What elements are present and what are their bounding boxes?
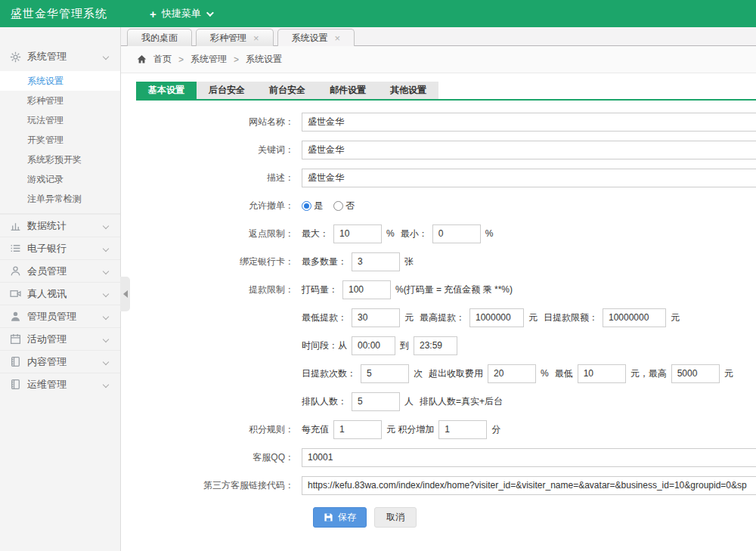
sidebar-group-label: 系统管理 [27, 50, 104, 63]
daily-times-input[interactable] [361, 364, 409, 383]
fee-max-input[interactable] [671, 364, 720, 383]
window-tab-label: 系统设置 [292, 32, 328, 45]
window-tab-desktop[interactable]: 我的桌面 [127, 29, 192, 46]
rebate-max-label: 最大： [302, 228, 329, 240]
sidebar-item-predraw[interactable]: 系统彩预开奖 [0, 150, 120, 169]
sidebar-item-bet-anomaly[interactable]: 注单异常检测 [0, 189, 120, 209]
breadcrumb-home[interactable]: 首页 [153, 53, 172, 66]
breadcrumb-system-manage[interactable]: 系统管理 [191, 53, 227, 66]
chevron-down-icon [103, 313, 109, 319]
content-area: 我的桌面 彩种管理 × 系统设置 × 首页 > 系统管理 > 系统设置 基本设置 [121, 27, 756, 551]
sidebar-group-members[interactable]: 会员管理 [0, 259, 120, 282]
description-input[interactable] [302, 169, 756, 187]
sidebar-item-play-manage[interactable]: 玩法管理 [0, 110, 120, 130]
save-button[interactable]: 保存 [313, 507, 367, 528]
fee-min-input[interactable] [578, 364, 626, 383]
allow-cancel-no-label: 否 [345, 200, 355, 212]
allow-cancel-yes-radio[interactable] [302, 201, 311, 211]
sidebar-group-ops[interactable]: 运维管理 [0, 373, 120, 395]
sidebar-group-admins[interactable]: 管理员管理 [0, 305, 120, 327]
queue-row: 排队人数： 人 排队人数=真实+后台 [136, 392, 756, 411]
window-tab-system-settings[interactable]: 系统设置 × [277, 29, 355, 46]
chevron-down-icon [103, 268, 109, 274]
withdraw-max-input[interactable] [469, 308, 524, 327]
time-from-input[interactable] [352, 336, 395, 355]
points-mid-label: 元 积分增加 [386, 423, 434, 436]
sidebar-group-live-video[interactable]: 真人视讯 [0, 282, 120, 305]
admin-user-icon [10, 311, 21, 322]
allow-cancel-label: 允许撤单： [136, 200, 294, 212]
chevron-down-icon [103, 358, 109, 364]
sidebar-group-ebank[interactable]: 电子银行 [0, 237, 120, 259]
breadcrumb-system-settings[interactable]: 系统设置 [246, 53, 282, 66]
bank-card-count-input[interactable] [352, 252, 400, 271]
close-icon[interactable]: × [335, 33, 341, 43]
queue-note: 排队人数=真实+后台 [420, 395, 503, 408]
excess-fee-input[interactable] [488, 364, 536, 383]
withdraw-amounts-row: 最低提款： 元 最高提款： 元 日提款限额： 元 [136, 308, 756, 327]
points-add-input[interactable] [438, 420, 487, 439]
tab-mail-settings[interactable]: 邮件设置 [318, 82, 378, 99]
tab-backend-security[interactable]: 后台安全 [197, 82, 257, 99]
window-tab-lottery[interactable]: 彩种管理 × [196, 29, 274, 46]
turnover-input[interactable] [342, 280, 391, 299]
sidebar-item-draw-manage[interactable]: 开奖管理 [0, 130, 120, 150]
quick-menu-button[interactable]: + 快捷菜单 [150, 7, 212, 20]
withdraw-max-unit: 元 [528, 311, 538, 324]
quick-menu-label: 快捷菜单 [162, 7, 201, 20]
rebate-max-unit: % [386, 228, 395, 239]
chevron-down-icon [103, 381, 109, 387]
daily-times-unit: 次 [414, 367, 423, 380]
gear-icon [10, 51, 21, 63]
sidebar-item-game-records[interactable]: 游戏记录 [0, 169, 120, 189]
description-row: 描述： [136, 168, 756, 187]
third-party-input[interactable] [302, 476, 756, 495]
queue-label: 排队人数： [302, 395, 347, 408]
time-range-label: 时间段：从 [302, 339, 347, 352]
chevron-down-icon [103, 336, 109, 342]
fee-max-unit: 元 [724, 367, 733, 380]
calendar-icon [10, 333, 21, 345]
cancel-button[interactable]: 取消 [374, 507, 417, 528]
rebate-min-input[interactable] [432, 224, 481, 243]
sidebar-group-system[interactable]: 系统管理 [0, 45, 120, 68]
chevron-left-icon [123, 290, 128, 298]
bar-chart-icon [10, 220, 21, 231]
rebate-max-input[interactable] [333, 224, 382, 243]
save-button-label: 保存 [338, 511, 356, 524]
allow-cancel-no-radio[interactable] [333, 201, 343, 211]
close-icon[interactable]: × [253, 33, 259, 43]
site-name-input[interactable] [302, 113, 756, 132]
time-to-input[interactable] [414, 336, 457, 355]
breadcrumb-separator: > [178, 54, 184, 65]
points-per-input[interactable] [333, 420, 382, 439]
queue-input[interactable] [352, 392, 400, 411]
sidebar-group-statistics[interactable]: 数据统计 [0, 214, 120, 237]
sidebar-item-system-settings[interactable]: 系统设置 [0, 71, 120, 91]
keywords-input[interactable] [302, 141, 756, 159]
site-name-row: 网站名称： [136, 112, 756, 132]
sidebar-group-label: 数据统计 [27, 219, 104, 233]
sidebar-collapse-handle[interactable] [120, 277, 130, 311]
tab-other-settings[interactable]: 其他设置 [378, 82, 438, 99]
bank-card-label: 绑定银行卡： [136, 255, 294, 268]
allow-cancel-yes-label: 是 [314, 200, 323, 212]
sidebar-group-content[interactable]: 内容管理 [0, 350, 120, 373]
withdraw-min-input[interactable] [352, 308, 400, 327]
sidebar-group-activities[interactable]: 活动管理 [0, 327, 120, 350]
points-unit: 分 [491, 423, 500, 436]
sidebar-group-label: 会员管理 [27, 265, 104, 278]
sidebar-group-label: 运维管理 [27, 378, 104, 392]
service-qq-input[interactable] [302, 448, 756, 467]
points-per-label: 每充值 [302, 423, 329, 436]
daily-limit-input[interactable] [603, 308, 666, 327]
sidebar-group-label: 电子银行 [27, 242, 104, 255]
window-tab-label: 彩种管理 [210, 32, 246, 45]
sidebar-item-lottery-manage[interactable]: 彩种管理 [0, 91, 120, 110]
tab-frontend-security[interactable]: 前台安全 [257, 82, 318, 99]
system-submenu: 系统设置 彩种管理 玩法管理 开奖管理 系统彩预开奖 游戏记录 注单异常检测 [0, 68, 120, 214]
form-actions: 保存 取消 [136, 507, 756, 528]
tab-basic-settings[interactable]: 基本设置 [136, 82, 197, 99]
withdraw-min-unit: 元 [404, 311, 414, 324]
site-name-label: 网站名称： [136, 116, 294, 128]
